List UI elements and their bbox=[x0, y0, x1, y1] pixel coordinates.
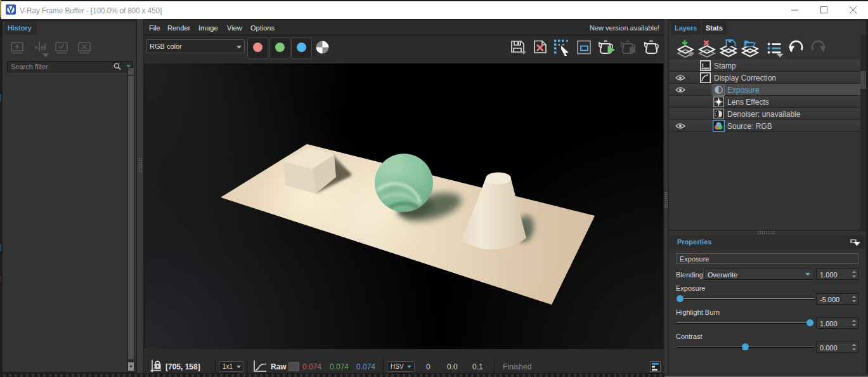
svg-text:A: A bbox=[34, 44, 39, 51]
svg-text:B: B bbox=[41, 44, 45, 51]
